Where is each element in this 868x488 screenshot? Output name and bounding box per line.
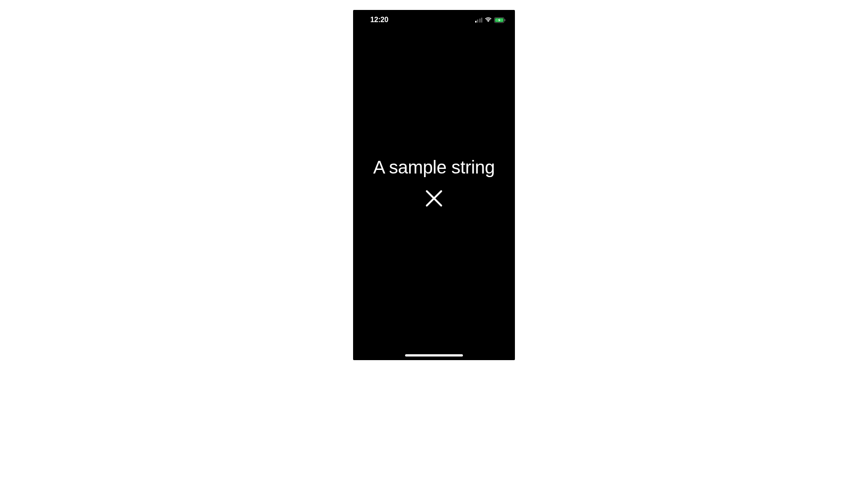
title-text: A sample string — [373, 157, 495, 178]
home-indicator[interactable] — [405, 354, 463, 357]
close-icon[interactable] — [424, 188, 444, 208]
main-content: A sample string — [353, 10, 515, 360]
phone-frame: 12:20 — [353, 10, 515, 360]
